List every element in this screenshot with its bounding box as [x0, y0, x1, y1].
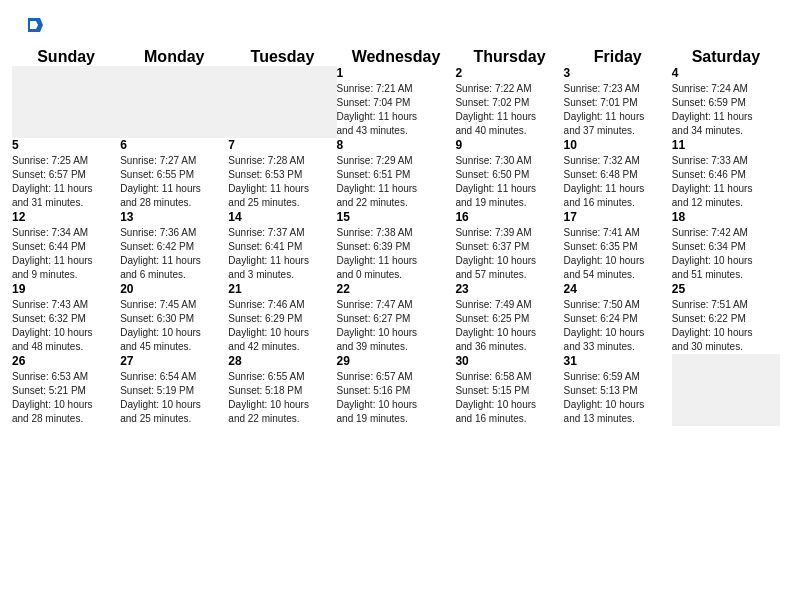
day-number: 19: [12, 282, 120, 296]
day-info: Sunrise: 7:41 AM Sunset: 6:35 PM Dayligh…: [564, 226, 672, 282]
calendar-cell: 27Sunrise: 6:54 AM Sunset: 5:19 PM Dayli…: [120, 354, 228, 426]
calendar-cell: [228, 66, 336, 138]
calendar-cell: 29Sunrise: 6:57 AM Sunset: 5:16 PM Dayli…: [337, 354, 456, 426]
day-number: 24: [564, 282, 672, 296]
day-info: Sunrise: 6:53 AM Sunset: 5:21 PM Dayligh…: [12, 370, 120, 426]
day-number: 7: [228, 138, 336, 152]
day-number: 11: [672, 138, 780, 152]
calendar-cell: 21Sunrise: 7:46 AM Sunset: 6:29 PM Dayli…: [228, 282, 336, 354]
calendar-cell: 19Sunrise: 7:43 AM Sunset: 6:32 PM Dayli…: [12, 282, 120, 354]
calendar-cell: 15Sunrise: 7:38 AM Sunset: 6:39 PM Dayli…: [337, 210, 456, 282]
day-header-tuesday: Tuesday: [228, 48, 336, 66]
day-info: Sunrise: 7:28 AM Sunset: 6:53 PM Dayligh…: [228, 154, 336, 210]
calendar-cell: 25Sunrise: 7:51 AM Sunset: 6:22 PM Dayli…: [672, 282, 780, 354]
day-info: Sunrise: 7:33 AM Sunset: 6:46 PM Dayligh…: [672, 154, 780, 210]
day-info: Sunrise: 7:25 AM Sunset: 6:57 PM Dayligh…: [12, 154, 120, 210]
day-info: Sunrise: 7:36 AM Sunset: 6:42 PM Dayligh…: [120, 226, 228, 282]
day-number: 27: [120, 354, 228, 368]
day-number: 9: [455, 138, 563, 152]
calendar-cell: 7Sunrise: 7:28 AM Sunset: 6:53 PM Daylig…: [228, 138, 336, 210]
day-number: 13: [120, 210, 228, 224]
calendar-cell: 6Sunrise: 7:27 AM Sunset: 6:55 PM Daylig…: [120, 138, 228, 210]
calendar-cell: 3Sunrise: 7:23 AM Sunset: 7:01 PM Daylig…: [564, 66, 672, 138]
day-info: Sunrise: 7:47 AM Sunset: 6:27 PM Dayligh…: [337, 298, 456, 354]
header: [0, 0, 792, 48]
day-number: 3: [564, 66, 672, 80]
day-info: Sunrise: 7:49 AM Sunset: 6:25 PM Dayligh…: [455, 298, 563, 354]
calendar-cell: 20Sunrise: 7:45 AM Sunset: 6:30 PM Dayli…: [120, 282, 228, 354]
calendar-cell: 5Sunrise: 7:25 AM Sunset: 6:57 PM Daylig…: [12, 138, 120, 210]
calendar-cell: 22Sunrise: 7:47 AM Sunset: 6:27 PM Dayli…: [337, 282, 456, 354]
day-info: Sunrise: 7:43 AM Sunset: 6:32 PM Dayligh…: [12, 298, 120, 354]
day-info: Sunrise: 7:24 AM Sunset: 6:59 PM Dayligh…: [672, 82, 780, 138]
day-info: Sunrise: 7:22 AM Sunset: 7:02 PM Dayligh…: [455, 82, 563, 138]
day-header-thursday: Thursday: [455, 48, 563, 66]
calendar-cell: 11Sunrise: 7:33 AM Sunset: 6:46 PM Dayli…: [672, 138, 780, 210]
day-info: Sunrise: 7:37 AM Sunset: 6:41 PM Dayligh…: [228, 226, 336, 282]
day-info: Sunrise: 6:57 AM Sunset: 5:16 PM Dayligh…: [337, 370, 456, 426]
calendar-table: SundayMondayTuesdayWednesdayThursdayFrid…: [12, 48, 780, 426]
day-number: 30: [455, 354, 563, 368]
day-number: 21: [228, 282, 336, 296]
day-info: Sunrise: 7:34 AM Sunset: 6:44 PM Dayligh…: [12, 226, 120, 282]
calendar-week-row: 26Sunrise: 6:53 AM Sunset: 5:21 PM Dayli…: [12, 354, 780, 426]
calendar-week-row: 12Sunrise: 7:34 AM Sunset: 6:44 PM Dayli…: [12, 210, 780, 282]
calendar-cell: 1Sunrise: 7:21 AM Sunset: 7:04 PM Daylig…: [337, 66, 456, 138]
calendar-cell: 12Sunrise: 7:34 AM Sunset: 6:44 PM Dayli…: [12, 210, 120, 282]
calendar-cell: 9Sunrise: 7:30 AM Sunset: 6:50 PM Daylig…: [455, 138, 563, 210]
day-number: 22: [337, 282, 456, 296]
day-number: 23: [455, 282, 563, 296]
day-number: 31: [564, 354, 672, 368]
day-number: 20: [120, 282, 228, 296]
calendar-header-row: SundayMondayTuesdayWednesdayThursdayFrid…: [12, 48, 780, 66]
day-info: Sunrise: 7:29 AM Sunset: 6:51 PM Dayligh…: [337, 154, 456, 210]
day-header-friday: Friday: [564, 48, 672, 66]
day-header-sunday: Sunday: [12, 48, 120, 66]
day-number: 1: [337, 66, 456, 80]
day-info: Sunrise: 6:59 AM Sunset: 5:13 PM Dayligh…: [564, 370, 672, 426]
day-info: Sunrise: 6:58 AM Sunset: 5:15 PM Dayligh…: [455, 370, 563, 426]
day-number: 2: [455, 66, 563, 80]
day-number: 29: [337, 354, 456, 368]
day-header-saturday: Saturday: [672, 48, 780, 66]
day-info: Sunrise: 7:32 AM Sunset: 6:48 PM Dayligh…: [564, 154, 672, 210]
calendar-cell: 24Sunrise: 7:50 AM Sunset: 6:24 PM Dayli…: [564, 282, 672, 354]
calendar-cell: [12, 66, 120, 138]
day-number: 16: [455, 210, 563, 224]
day-number: 5: [12, 138, 120, 152]
calendar-cell: 18Sunrise: 7:42 AM Sunset: 6:34 PM Dayli…: [672, 210, 780, 282]
calendar-week-row: 1Sunrise: 7:21 AM Sunset: 7:04 PM Daylig…: [12, 66, 780, 138]
day-number: 18: [672, 210, 780, 224]
calendar-cell: 4Sunrise: 7:24 AM Sunset: 6:59 PM Daylig…: [672, 66, 780, 138]
day-number: 26: [12, 354, 120, 368]
day-header-monday: Monday: [120, 48, 228, 66]
day-number: 4: [672, 66, 780, 80]
calendar-cell: 10Sunrise: 7:32 AM Sunset: 6:48 PM Dayli…: [564, 138, 672, 210]
day-info: Sunrise: 6:55 AM Sunset: 5:18 PM Dayligh…: [228, 370, 336, 426]
day-number: 8: [337, 138, 456, 152]
day-info: Sunrise: 7:30 AM Sunset: 6:50 PM Dayligh…: [455, 154, 563, 210]
calendar-week-row: 5Sunrise: 7:25 AM Sunset: 6:57 PM Daylig…: [12, 138, 780, 210]
day-info: Sunrise: 7:42 AM Sunset: 6:34 PM Dayligh…: [672, 226, 780, 282]
calendar-cell: 23Sunrise: 7:49 AM Sunset: 6:25 PM Dayli…: [455, 282, 563, 354]
day-info: Sunrise: 7:27 AM Sunset: 6:55 PM Dayligh…: [120, 154, 228, 210]
day-number: 28: [228, 354, 336, 368]
day-header-wednesday: Wednesday: [337, 48, 456, 66]
day-info: Sunrise: 7:39 AM Sunset: 6:37 PM Dayligh…: [455, 226, 563, 282]
calendar-cell: 31Sunrise: 6:59 AM Sunset: 5:13 PM Dayli…: [564, 354, 672, 426]
logo: [24, 18, 44, 38]
calendar-week-row: 19Sunrise: 7:43 AM Sunset: 6:32 PM Dayli…: [12, 282, 780, 354]
calendar-cell: [672, 354, 780, 426]
calendar-cell: 26Sunrise: 6:53 AM Sunset: 5:21 PM Dayli…: [12, 354, 120, 426]
day-number: 14: [228, 210, 336, 224]
calendar-cell: 8Sunrise: 7:29 AM Sunset: 6:51 PM Daylig…: [337, 138, 456, 210]
calendar-cell: [120, 66, 228, 138]
calendar-cell: 28Sunrise: 6:55 AM Sunset: 5:18 PM Dayli…: [228, 354, 336, 426]
calendar-cell: 16Sunrise: 7:39 AM Sunset: 6:37 PM Dayli…: [455, 210, 563, 282]
calendar-cell: 13Sunrise: 7:36 AM Sunset: 6:42 PM Dayli…: [120, 210, 228, 282]
day-info: Sunrise: 7:46 AM Sunset: 6:29 PM Dayligh…: [228, 298, 336, 354]
calendar-cell: 14Sunrise: 7:37 AM Sunset: 6:41 PM Dayli…: [228, 210, 336, 282]
day-number: 10: [564, 138, 672, 152]
calendar-cell: 30Sunrise: 6:58 AM Sunset: 5:15 PM Dayli…: [455, 354, 563, 426]
day-info: Sunrise: 6:54 AM Sunset: 5:19 PM Dayligh…: [120, 370, 228, 426]
